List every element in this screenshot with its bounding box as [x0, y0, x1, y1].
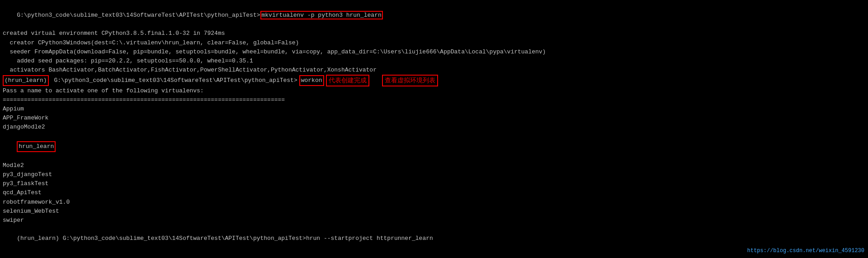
line-8: Pass a name to activate one of the follo… [3, 86, 865, 96]
url-link: https://blog.csdn.net/weixin_4591230 [747, 247, 864, 255]
line-4: seeder FromAppData(download=False, pip=b… [3, 48, 865, 57]
venv-modle2: Modle2 [3, 161, 865, 170]
line-separator: ========================================… [3, 96, 865, 105]
mkvirtualenv-cmd: mkvirtualenv -p python3 hrun_learn [260, 11, 383, 19]
line-5: added seed packages: pip==20.2.2, setupt… [3, 57, 865, 66]
path-text: G:\python3_code\sublime_text03\14Softwar… [17, 12, 260, 19]
annotation-list: 查看虚拟环境列表 [382, 75, 438, 86]
venv-hrun-learn-line: hrun_learn [3, 132, 865, 161]
annotation-created: 代表创建完成 [326, 75, 369, 86]
path-workon: G:\python3_code\sublime_text03\14Softwar… [51, 76, 297, 85]
venv-djangomodle: djangoModle2 [3, 123, 865, 132]
venv-robotfw: robotframework_v1.0 [3, 198, 865, 207]
last-env: (hrun_learn) G:\python3_code\sublime_tex… [17, 235, 306, 242]
line-1: G:\python3_code\sublime_text03\14Softwar… [3, 2, 865, 29]
line-last: (hrun_learn) G:\python3_code\sublime_tex… [3, 225, 865, 252]
line-workon: (hrun_learn) G:\python3_code\sublime_tex… [3, 75, 865, 86]
venv-selenium: selenium_WebTest [3, 207, 865, 216]
venv-appium: Appium [3, 105, 865, 114]
hrun-learn-highlighted: hrun_learn [17, 141, 56, 152]
venv-appframework: APP_FrameWork [3, 114, 865, 123]
venv-py3django: py3_djangoTest [3, 170, 865, 179]
workon-cmd: workon [299, 75, 324, 86]
venv-qcd: qcd_ApiTest [3, 188, 865, 197]
line-6: activators BashActivator,BatchActivator,… [3, 66, 865, 75]
env-badge: (hrun_learn) [3, 75, 49, 86]
venv-swiper: swiper [3, 216, 865, 225]
line-2: created virtual environment CPython3.8.5… [3, 29, 865, 38]
venv-py3flask: py3_flaskTest [3, 179, 865, 188]
terminal: G:\python3_code\sublime_text03\14Softwar… [0, 0, 868, 258]
last-cmd: hrun --startproject httprunner_learn [306, 235, 433, 242]
line-3: creator CPython3Windows(dest=C:\.virtual… [3, 38, 865, 48]
